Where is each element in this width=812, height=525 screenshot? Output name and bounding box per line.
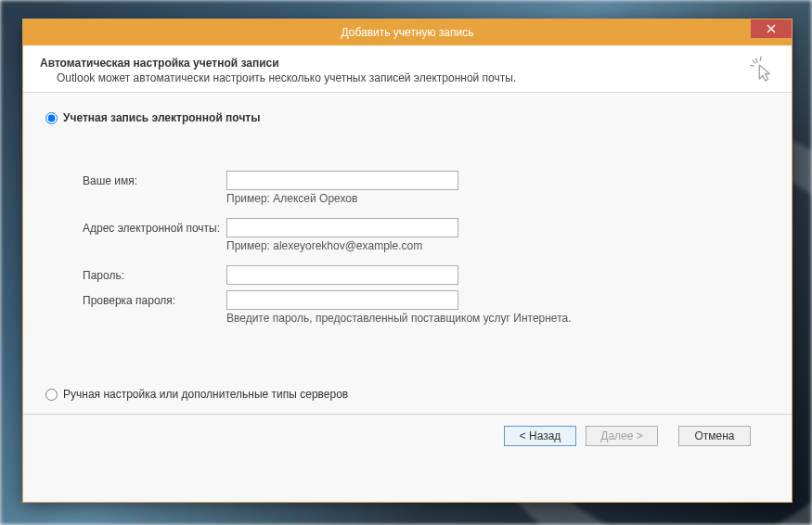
option-manual[interactable]: Ручная настройка или дополнительные типы…	[45, 388, 769, 401]
account-form: Ваше имя: Пример: Алексей Орехов Адрес э…	[83, 171, 769, 325]
input-name[interactable]	[226, 171, 458, 190]
input-password[interactable]	[226, 265, 458, 285]
hint-name: Пример: Алексей Орехов	[226, 192, 769, 205]
hint-password: Введите пароль, предоставленный поставщи…	[226, 312, 769, 325]
cursor-icon	[749, 55, 777, 85]
row-password: Пароль:	[83, 265, 769, 285]
svg-line-1	[750, 65, 754, 66]
add-account-dialog: Добавить учетную запись Автоматическая н…	[22, 19, 793, 503]
row-email: Адрес электронной почты:	[83, 218, 769, 237]
input-password-confirm[interactable]	[226, 290, 458, 310]
wizard-subtitle: Outlook может автоматически настроить не…	[40, 71, 775, 84]
input-email[interactable]	[226, 218, 458, 237]
wizard-footer: < Назад Далее > Отмена	[45, 415, 769, 457]
wizard-header: Автоматическая настройка учетной записи …	[23, 45, 792, 93]
wizard-title: Автоматическая настройка учетной записи	[40, 57, 775, 70]
label-password-confirm: Проверка пароля:	[83, 294, 226, 307]
window-title: Добавить учетную запись	[342, 26, 474, 39]
radio-email-account[interactable]	[45, 112, 58, 124]
svg-line-2	[760, 57, 761, 61]
wizard-body: Учетная запись электронной почты Ваше им…	[23, 93, 792, 502]
radio-manual[interactable]	[45, 389, 58, 401]
label-email: Адрес электронной почты:	[83, 222, 226, 235]
label-password: Пароль:	[83, 269, 226, 282]
next-button[interactable]: Далее >	[586, 426, 658, 446]
cancel-button[interactable]: Отмена	[678, 426, 751, 446]
row-password-confirm: Проверка пароля:	[83, 290, 769, 310]
close-icon	[767, 24, 776, 33]
back-button[interactable]: < Назад	[504, 426, 576, 446]
option-email-account[interactable]: Учетная запись электронной почты	[45, 111, 769, 124]
option-email-label: Учетная запись электронной почты	[63, 111, 261, 124]
svg-line-0	[756, 58, 758, 63]
titlebar[interactable]: Добавить учетную запись	[23, 19, 792, 45]
row-name: Ваше имя:	[83, 171, 769, 190]
hint-email: Пример: alexeyorekhov@example.com	[226, 239, 769, 252]
close-button[interactable]	[751, 19, 792, 38]
label-name: Ваше имя:	[83, 174, 226, 187]
option-manual-label: Ручная настройка или дополнительные типы…	[63, 388, 348, 401]
svg-line-3	[753, 60, 756, 64]
